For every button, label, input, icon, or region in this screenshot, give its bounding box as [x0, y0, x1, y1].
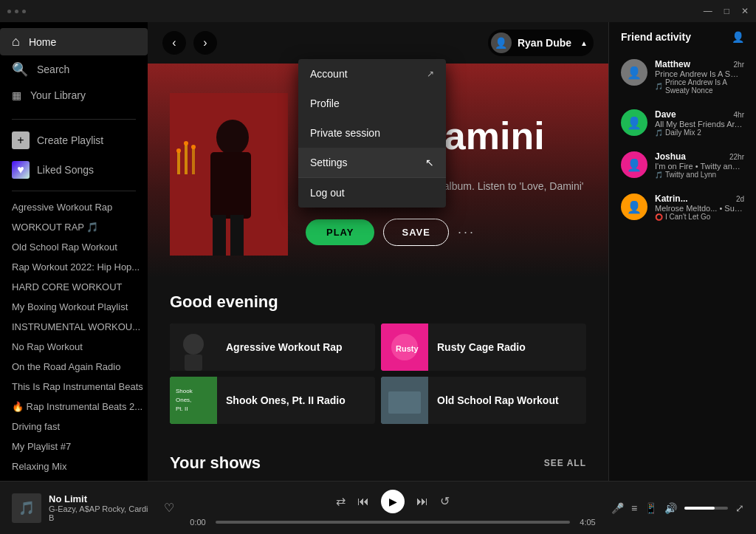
sidebar-item-library[interactable]: ▦ Your Library	[0, 83, 148, 107]
library-item[interactable]: Rap Workout 2022: Hip Hop...	[0, 257, 148, 277]
external-link-icon: ↗	[427, 69, 434, 79]
friend-info: Dave 4hr All My Best Friends Ar... • Les…	[655, 109, 744, 137]
now-playing-thumb: 🎵	[12, 493, 41, 523]
library-list: Agressive Workout Rap WORKOUT RAP 🎵 Old …	[0, 197, 148, 481]
save-button[interactable]: SAVE	[383, 219, 448, 246]
shows-section-header: Your shows SEE ALL	[170, 453, 586, 473]
dropdown-item-logout[interactable]: Log out	[298, 178, 446, 208]
library-item[interactable]: INSTRUMENTAL WORKOU...	[0, 317, 148, 337]
play-button[interactable]: PLAY	[306, 219, 374, 245]
window-controls[interactable]: — □ ✕	[704, 6, 749, 16]
create-playlist-button[interactable]: + Create Playlist	[0, 126, 148, 155]
friend-item-dave[interactable]: 👤 Dave 4hr All My Best Friends Ar... • L…	[609, 102, 756, 144]
shows-title: Your shows	[170, 453, 261, 473]
library-item[interactable]: On the Road Again Radio	[0, 357, 148, 377]
friend-name: Matthew	[655, 59, 690, 69]
card-old-school[interactable]: Old School Rap Workout	[381, 377, 586, 424]
friend-time: 2d	[736, 195, 744, 203]
friend-name: Dave	[655, 109, 676, 120]
section-header: Good evening	[170, 292, 586, 312]
minimize-button[interactable]: —	[704, 6, 712, 16]
friend-item-matthew[interactable]: 👤 Matthew 2hr Prince Andrew Is A Sweat..…	[609, 52, 756, 102]
track-title: No Limit	[49, 493, 151, 504]
cursor-icon: ↖	[425, 157, 434, 168]
friend-info: Matthew 2hr Prince Andrew Is A Sweat... …	[655, 59, 744, 95]
previous-button[interactable]: ⏮	[357, 495, 369, 508]
maximize-button[interactable]: □	[724, 6, 729, 16]
library-item[interactable]: My Playlist #7	[0, 437, 148, 456]
volume-button[interactable]: 🔊	[664, 502, 677, 514]
svg-point-12	[183, 334, 204, 355]
friend-list: 👤 Matthew 2hr Prince Andrew Is A Sweat..…	[609, 52, 756, 481]
repeat-button[interactable]: ↺	[440, 494, 450, 508]
next-button[interactable]: ⏭	[416, 495, 428, 508]
svg-rect-7	[192, 148, 195, 174]
dropdown-item-account[interactable]: Account ↗	[298, 59, 446, 89]
library-item[interactable]: Old School Rap Workout	[0, 237, 148, 257]
card-agressive-workout[interactable]: Agressive Workout Rap	[170, 324, 375, 371]
fullscreen-button[interactable]: ⤢	[735, 502, 744, 514]
see-all-button[interactable]: SEE ALL	[544, 458, 586, 468]
library-item[interactable]: No Rap Workout	[0, 337, 148, 357]
progress-bar-container: 0:00 4:05	[186, 518, 599, 527]
progress-track[interactable]	[216, 521, 570, 524]
liked-songs-button[interactable]: ♥ Liked Songs	[0, 155, 148, 185]
sidebar-item-search[interactable]: 🔍 Search	[0, 55, 148, 83]
heart-button[interactable]: ♡	[164, 501, 174, 515]
user-menu[interactable]: 👤 Ryan Dube ▲	[488, 30, 594, 56]
friend-avatar: 👤	[621, 59, 647, 86]
sidebar: ⌂ Home 🔍 Search ▦ Your Library + Create …	[0, 22, 148, 481]
library-item[interactable]: This Is Rap Instrumental Beats	[0, 377, 148, 397]
card-shook-ones[interactable]: ShookOnes,Pt. II Shook Ones, Pt. II Radi…	[170, 377, 375, 424]
create-playlist-icon: +	[12, 131, 30, 149]
friend-item-joshua[interactable]: 👤 Joshua 22hr I'm on Fire • Twitty and L…	[609, 144, 756, 186]
svg-rect-22	[388, 391, 421, 414]
queue-button[interactable]: ≡	[631, 502, 637, 514]
card-thumb	[381, 377, 428, 424]
library-item[interactable]: Relaxing Mix	[0, 456, 148, 476]
now-playing: 🎵 No Limit G-Eazy, A$AP Rocky, Cardi B ♡	[12, 493, 174, 523]
chevron-up-icon: ▲	[580, 39, 588, 47]
dropdown-menu: Account ↗ Profile Private session Settin…	[298, 59, 446, 208]
library-item[interactable]: Driving fast	[0, 417, 148, 437]
card-label: Agressive Workout Rap	[217, 341, 351, 353]
dropdown-item-settings[interactable]: Settings ↖	[298, 148, 446, 177]
library-item[interactable]: My Boxing Workout Playlist	[0, 297, 148, 317]
back-button[interactable]: ‹	[162, 31, 186, 55]
svg-rect-3	[213, 215, 226, 256]
lyrics-button[interactable]: 🎤	[611, 502, 624, 514]
devices-button[interactable]: 📱	[645, 502, 657, 514]
good-evening-section: Good evening Agressive Workout Rap Rusty…	[148, 278, 608, 439]
sidebar-item-home[interactable]: ⌂ Home	[0, 28, 148, 55]
library-item[interactable]: Agressive Workout Rap	[0, 197, 148, 217]
friend-info: Katrin... 2d Melrose Meltdo... • Suki Wa…	[655, 194, 744, 221]
more-options-button[interactable]: ···	[458, 225, 475, 240]
sidebar-nav: ⌂ Home 🔍 Search ▦ Your Library	[0, 22, 148, 113]
play-pause-button[interactable]: ▶	[381, 490, 405, 513]
friend-avatar: 👤	[621, 194, 647, 220]
library-item[interactable]: WORKOUT RAP 🎵	[0, 217, 148, 237]
right-panel: Friend activity 👤 👤 Matthew 2hr Prince A…	[608, 22, 756, 481]
library-item[interactable]: HARD CORE WORKOUT	[0, 277, 148, 297]
dropdown-item-profile[interactable]: Profile	[298, 89, 446, 118]
card-label: Old School Rap Workout	[428, 394, 568, 406]
friend-time: 22hr	[729, 153, 744, 161]
friend-info: Joshua 22hr I'm on Fire • Twitty and Lyn…	[655, 151, 744, 179]
friend-activity-icon: 👤	[732, 31, 744, 43]
library-item[interactable]: 🔥 Rap Instrumental Beats 2...	[0, 397, 148, 417]
friend-track: Prince Andrew Is A Sweat... • The K...	[655, 69, 744, 78]
volume-fill	[684, 507, 715, 510]
card-rusty-cage[interactable]: Rusty Rusty Cage Radio	[381, 324, 586, 371]
friend-note: 🎵 Prince Andrew Is A Sweaty Nonce	[655, 78, 744, 95]
avatar: 👤	[491, 32, 512, 53]
close-button[interactable]: ✕	[741, 6, 749, 16]
svg-rect-6	[185, 145, 188, 174]
forward-button[interactable]: ›	[193, 31, 217, 55]
card-label: Shook Ones, Pt. II Radio	[217, 394, 354, 406]
card-label: Rusty Cage Radio	[428, 341, 535, 353]
dropdown-item-private-session[interactable]: Private session	[298, 118, 446, 148]
sidebar-label-home: Home	[29, 36, 56, 48]
volume-bar[interactable]	[684, 507, 728, 510]
shuffle-button[interactable]: ⇄	[336, 494, 346, 508]
friend-item-katrin[interactable]: 👤 Katrin... 2d Melrose Meltdo... • Suki …	[609, 186, 756, 228]
